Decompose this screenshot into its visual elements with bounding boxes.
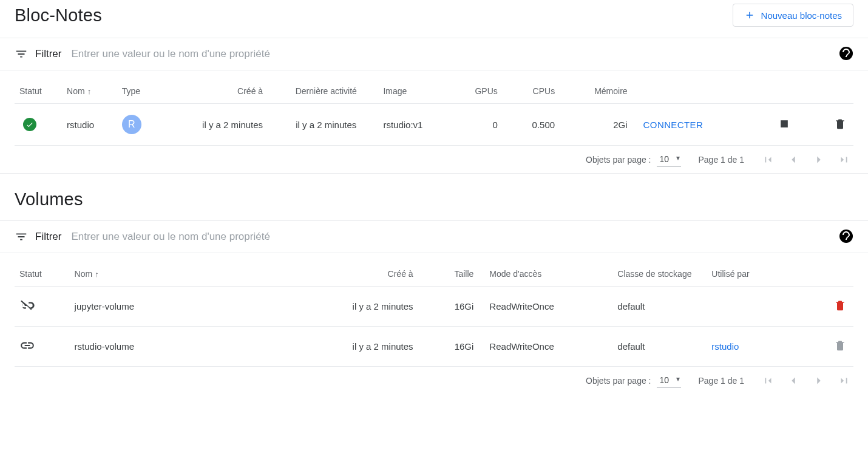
first-page-icon[interactable]	[761, 153, 775, 166]
col-image: Image	[378, 79, 451, 104]
last-page-icon[interactable]	[838, 153, 851, 166]
notebook-last-activity: il y a 2 minutes	[274, 104, 378, 146]
volumes-title: Volumes	[15, 189, 83, 209]
sort-asc-icon: ↑	[87, 87, 92, 96]
col-name[interactable]: Nom↑	[62, 79, 117, 104]
notebooks-help-button[interactable]	[839, 46, 853, 63]
next-page-icon[interactable]	[812, 153, 826, 166]
link-icon	[19, 345, 35, 355]
table-row: rstudio R il y a 2 minutes il y a 2 minu…	[15, 104, 853, 146]
table-row: jupyter-volume il y a 2 minutes 16Gi Rea…	[15, 287, 853, 327]
trash-icon	[834, 339, 846, 352]
col-status: Statut	[15, 262, 70, 287]
next-page-icon[interactable]	[812, 374, 826, 387]
volume-name: jupyter-volume	[70, 287, 189, 327]
col-size: Taille	[424, 262, 485, 287]
delete-button[interactable]	[832, 118, 849, 130]
new-notebook-button[interactable]: Nouveau bloc-notes	[733, 4, 853, 27]
trash-icon	[834, 118, 846, 130]
first-page-icon[interactable]	[761, 374, 775, 387]
volumes-filter-bar: Filtrer	[0, 220, 868, 253]
volume-storage-class: default	[612, 327, 707, 367]
volume-access-mode: ReadWriteOnce	[484, 287, 612, 327]
notebook-created: il y a 2 minutes	[160, 104, 274, 146]
items-per-page-select[interactable]: 10	[657, 373, 681, 388]
prev-page-icon[interactable]	[787, 374, 800, 387]
items-per-page-label: Objets par page :	[586, 376, 651, 386]
notebook-image: rstudio:v1	[378, 104, 451, 146]
volume-created: il y a 2 minutes	[189, 287, 424, 327]
volume-used-by	[707, 287, 788, 327]
filter-label-text: Filtrer	[35, 231, 61, 243]
delete-button[interactable]	[832, 339, 849, 352]
last-page-icon[interactable]	[838, 374, 851, 387]
notebook-name: rstudio	[62, 104, 117, 146]
sort-asc-icon: ↑	[95, 270, 99, 279]
help-icon	[839, 46, 853, 61]
notebook-gpus: 0	[452, 104, 509, 146]
delete-button[interactable]	[832, 299, 849, 311]
filter-label-text: Filtrer	[35, 48, 61, 60]
volume-size: 16Gi	[424, 327, 485, 367]
notebooks-table: Statut Nom↑ Type Créé à Dernière activit…	[15, 79, 853, 146]
page-label: Page 1 de 1	[698, 376, 744, 386]
new-notebook-label: Nouveau bloc-notes	[761, 10, 842, 21]
notebook-cpus: 0.500	[509, 104, 566, 146]
volumes-header: Volumes	[0, 174, 868, 220]
notebook-memory: 2Gi	[566, 104, 638, 146]
filter-icon	[15, 230, 28, 243]
volume-size: 16Gi	[424, 287, 485, 327]
col-gpus: GPUs	[452, 79, 509, 104]
notebooks-filter-label: Filtrer	[15, 47, 61, 61]
volume-storage-class: default	[612, 287, 707, 327]
link-off-icon	[19, 305, 35, 315]
notebooks-filter-bar: Filtrer	[0, 38, 868, 70]
col-type: Type	[117, 79, 160, 104]
volumes-table: Statut Nom↑ Créé à Taille Mode d'accès C…	[15, 262, 853, 367]
notebooks-filter-input[interactable]	[71, 44, 829, 64]
trash-icon	[834, 299, 846, 311]
stop-button[interactable]	[776, 118, 793, 130]
svg-rect-1	[781, 120, 788, 128]
volumes-pager: Objets par page : 10 Page 1 de 1	[0, 367, 868, 394]
volume-used-by-link[interactable]: rstudio	[711, 341, 739, 352]
plus-icon	[744, 10, 755, 21]
notebooks-title: Bloc-Notes	[15, 5, 102, 26]
col-memory: Mémoire	[566, 79, 638, 104]
stop-icon	[778, 118, 790, 130]
col-created: Créé à	[160, 79, 274, 104]
page-label: Page 1 de 1	[698, 155, 744, 165]
volume-name: rstudio-volume	[70, 327, 189, 367]
volumes-filter-label: Filtrer	[15, 230, 61, 243]
col-access-mode: Mode d'accès	[484, 262, 612, 287]
type-badge-r: R	[122, 115, 141, 134]
col-used-by: Utilisé par	[707, 262, 788, 287]
col-name[interactable]: Nom↑	[70, 262, 189, 287]
volume-access-mode: ReadWriteOnce	[484, 327, 612, 367]
items-per-page-select[interactable]: 10	[657, 152, 681, 167]
volumes-help-button[interactable]	[839, 229, 853, 245]
volume-created: il y a 2 minutes	[189, 327, 424, 367]
table-row: rstudio-volume il y a 2 minutes 16Gi Rea…	[15, 327, 853, 367]
col-status: Statut	[15, 79, 62, 104]
col-cpus: CPUs	[509, 79, 566, 104]
notebooks-header: Bloc-Notes Nouveau bloc-notes	[0, 4, 868, 38]
col-last-activity: Dernière activité	[274, 79, 378, 104]
connect-button[interactable]: CONNECTER	[643, 120, 704, 130]
prev-page-icon[interactable]	[787, 153, 800, 166]
filter-icon	[15, 47, 28, 61]
items-per-page-label: Objets par page :	[586, 155, 651, 165]
col-storage-class: Classe de stockage	[612, 262, 707, 287]
notebooks-pager: Objets par page : 10 Page 1 de 1	[0, 146, 868, 174]
status-ok-icon	[23, 118, 36, 131]
volumes-filter-input[interactable]	[71, 227, 829, 247]
help-icon	[839, 229, 853, 243]
col-created: Créé à	[189, 262, 424, 287]
